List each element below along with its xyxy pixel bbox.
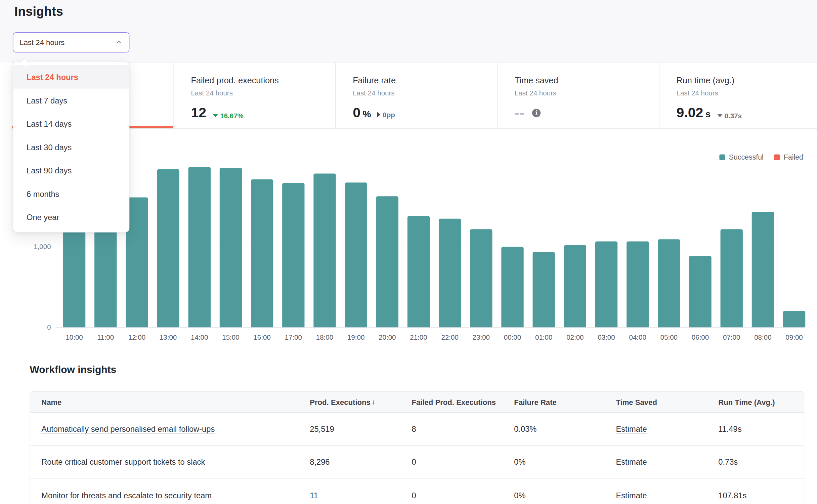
sort-desc-icon: ↓	[372, 398, 375, 406]
workflow-link[interactable]: Route critical customer support tickets …	[41, 457, 205, 466]
cell-name: Route critical customer support tickets …	[30, 457, 299, 466]
bar-06:00	[689, 256, 711, 327]
stat-card[interactable]: Run time (avg.)Last 24 hours9.02s0.37s	[659, 63, 817, 128]
time-range-option[interactable]: One year	[13, 205, 129, 228]
delta-down-icon	[213, 114, 218, 117]
x-axis-label: 18:00	[309, 333, 341, 341]
insights-page: Insights Last 24 hours Failed prod. exec…	[0, 0, 817, 504]
stat-card-value: --	[515, 104, 525, 121]
stat-card[interactable]: Time savedLast 24 hours--i	[497, 63, 659, 128]
column-header[interactable]: Time Saved	[605, 398, 707, 406]
bar-01:00	[533, 252, 555, 327]
bar-17:00	[282, 183, 304, 328]
cell-time_saved: Estimate	[605, 424, 707, 433]
column-header[interactable]: Run Time (Avg.)	[707, 398, 804, 406]
stat-card-value: 12	[191, 104, 207, 121]
bar-16:00	[251, 179, 273, 328]
cell-prod_executions: 25,519	[299, 424, 400, 433]
delta-down-icon	[717, 114, 722, 117]
bar-11:00	[94, 232, 117, 328]
cell-time_saved: Estimate	[605, 491, 707, 500]
table-row: Route critical customer support tickets …	[30, 446, 804, 479]
bar-23:00	[470, 229, 492, 327]
info-icon[interactable]: i	[532, 109, 541, 117]
time-range-option[interactable]: Last 7 days	[13, 89, 129, 112]
time-range-option[interactable]: Last 90 days	[13, 159, 129, 182]
x-axis-label: 00:00	[497, 333, 528, 341]
stat-card-value: 0	[353, 104, 360, 121]
bar-14:00	[188, 167, 211, 327]
stat-card[interactable]: Failed prod. executionsLast 24 hours1216…	[173, 63, 335, 128]
cell-failed_prod_executions: 0	[400, 491, 503, 500]
cell-run_time: 0.73s	[707, 457, 804, 466]
cell-failure_rate: 0%	[503, 491, 605, 500]
page-header-strip	[0, 0, 817, 62]
x-axis-label: 06:00	[684, 333, 716, 341]
cell-time_saved: Estimate	[605, 457, 707, 466]
column-header[interactable]: Prod. Executions↓	[299, 398, 400, 406]
time-range-option[interactable]: Last 30 days	[13, 135, 129, 159]
column-header[interactable]: Failure Rate	[503, 398, 605, 406]
workflow-insights-title: Workflow insights	[30, 364, 116, 376]
x-axis-label: 02:00	[559, 333, 591, 341]
cell-failure_rate: 0.03%	[503, 424, 605, 433]
bar-05:00	[658, 239, 680, 327]
x-axis-label: 15:00	[215, 333, 247, 341]
x-axis-label: 03:00	[591, 333, 622, 341]
stat-card[interactable]: Failure rateLast 24 hours0%0pp	[335, 63, 497, 128]
estimate-link[interactable]: Estimate	[616, 491, 647, 500]
bar-13:00	[157, 169, 179, 328]
column-header[interactable]: Name	[30, 398, 299, 406]
bar-07:00	[721, 229, 743, 327]
delta-right-icon	[378, 112, 381, 117]
x-axis-label: 13:00	[152, 333, 184, 341]
estimate-link[interactable]: Estimate	[616, 424, 647, 433]
table-header-row: NameProd. Executions↓Failed Prod. Execut…	[30, 391, 804, 413]
stat-card-delta: 16.67%	[213, 112, 244, 120]
stats-row: Failed prod. executionsLast 24 hours1216…	[12, 62, 817, 129]
time-range-selected-label: Last 24 hours	[19, 38, 64, 47]
workflow-link[interactable]: Automatically send personalised email fo…	[41, 424, 215, 433]
stat-card-delta: 0.37s	[717, 112, 742, 120]
x-axis-label: 22:00	[434, 333, 466, 341]
bar-21:00	[407, 216, 430, 328]
cell-failed_prod_executions: 0	[400, 457, 503, 466]
workflow-link[interactable]: Monitor for threats and escalate to secu…	[41, 491, 212, 500]
x-axis-label: 05:00	[653, 333, 685, 341]
x-axis-label: 04:00	[622, 333, 654, 341]
bar-22:00	[439, 219, 461, 328]
bar-10:00	[63, 232, 85, 328]
x-axis-label: 19:00	[340, 333, 372, 341]
time-range-option[interactable]: Last 24 hours	[13, 65, 129, 88]
stat-card-title: Failed prod. executions	[191, 76, 336, 85]
time-range-option[interactable]: Last 14 days	[13, 112, 129, 135]
table-row: Monitor for threats and escalate to secu…	[30, 478, 804, 504]
bar-19:00	[345, 182, 367, 327]
stat-card-subtitle: Last 24 hours	[515, 89, 659, 97]
cell-name: Automatically send personalised email fo…	[30, 424, 299, 433]
x-axis-label: 08:00	[747, 333, 779, 341]
stat-card-subtitle: Last 24 hours	[353, 89, 497, 97]
x-axis-label: 14:00	[183, 333, 215, 341]
time-range-option[interactable]: 6 months	[13, 182, 129, 205]
x-axis-label: 12:00	[121, 333, 153, 341]
x-axis-label: 11:00	[90, 333, 122, 341]
column-header[interactable]: Failed Prod. Executions	[400, 398, 503, 406]
workflow-insights-table: NameProd. Executions↓Failed Prod. Execut…	[30, 391, 804, 504]
stat-card-unit: %	[362, 109, 371, 120]
estimate-link[interactable]: Estimate	[616, 457, 647, 466]
stat-card-title: Failure rate	[353, 76, 497, 85]
x-axis-label: 09:00	[778, 333, 810, 341]
bar-18:00	[313, 173, 336, 327]
cell-run_time: 107.81s	[707, 491, 804, 500]
chevron-up-icon	[115, 39, 123, 46]
x-axis-label: 20:00	[371, 333, 403, 341]
bar-15:00	[220, 168, 242, 327]
x-axis-label: 01:00	[528, 333, 560, 341]
time-range-select[interactable]: Last 24 hours	[13, 32, 129, 52]
stat-card-title: Time saved	[515, 76, 659, 85]
x-axis-label: 16:00	[246, 333, 278, 341]
stat-card-subtitle: Last 24 hours	[676, 89, 817, 97]
cell-failed_prod_executions: 8	[400, 424, 503, 433]
bar-03:00	[595, 242, 617, 328]
